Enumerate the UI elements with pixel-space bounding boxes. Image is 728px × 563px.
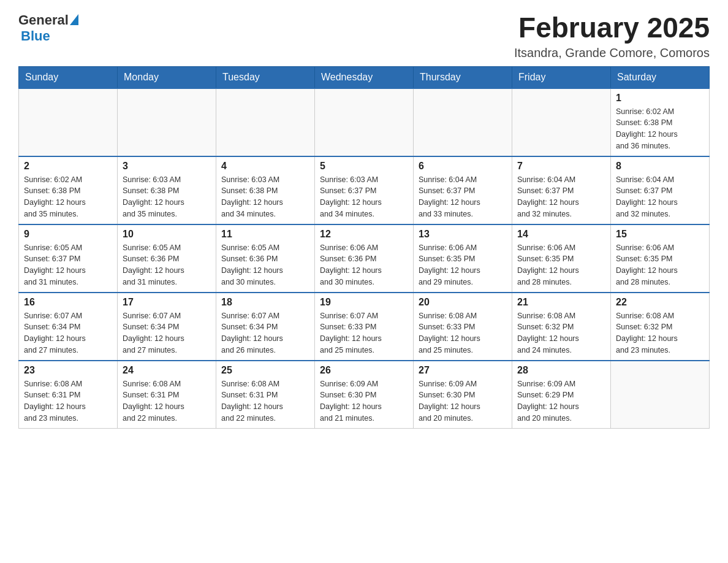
calendar-cell <box>19 88 118 156</box>
day-number: 25 <box>221 365 309 376</box>
day-info: Sunrise: 6:09 AM Sunset: 6:30 PM Dayligh… <box>419 378 507 424</box>
calendar-cell <box>611 361 710 429</box>
day-number: 14 <box>517 229 605 240</box>
day-info: Sunrise: 6:05 AM Sunset: 6:37 PM Dayligh… <box>24 242 112 288</box>
calendar-cell: 2Sunrise: 6:02 AM Sunset: 6:38 PM Daylig… <box>19 156 118 224</box>
day-info: Sunrise: 6:06 AM Sunset: 6:35 PM Dayligh… <box>517 242 605 288</box>
calendar-cell: 23Sunrise: 6:08 AM Sunset: 6:31 PM Dayli… <box>19 361 118 429</box>
day-number: 4 <box>221 161 309 172</box>
calendar-subtitle: Itsandra, Grande Comore, Comoros <box>514 46 710 60</box>
day-info: Sunrise: 6:08 AM Sunset: 6:32 PM Dayligh… <box>616 310 704 356</box>
calendar-cell: 16Sunrise: 6:07 AM Sunset: 6:34 PM Dayli… <box>19 293 118 361</box>
day-info: Sunrise: 6:09 AM Sunset: 6:29 PM Dayligh… <box>517 378 605 424</box>
calendar-cell: 6Sunrise: 6:04 AM Sunset: 6:37 PM Daylig… <box>414 156 512 224</box>
calendar-week-4: 16Sunrise: 6:07 AM Sunset: 6:34 PM Dayli… <box>19 293 710 361</box>
calendar-cell <box>216 88 315 156</box>
weekday-header-friday: Friday <box>512 66 611 88</box>
calendar-cell: 21Sunrise: 6:08 AM Sunset: 6:32 PM Dayli… <box>512 293 611 361</box>
calendar-week-2: 2Sunrise: 6:02 AM Sunset: 6:38 PM Daylig… <box>19 156 710 224</box>
logo-text-general: General <box>18 12 69 28</box>
calendar-table: SundayMondayTuesdayWednesdayThursdayFrid… <box>18 66 710 429</box>
day-number: 1 <box>616 93 704 104</box>
logo-triangle-icon <box>70 14 78 25</box>
day-info: Sunrise: 6:06 AM Sunset: 6:35 PM Dayligh… <box>419 242 507 288</box>
day-number: 20 <box>419 297 507 308</box>
calendar-cell: 4Sunrise: 6:03 AM Sunset: 6:38 PM Daylig… <box>216 156 315 224</box>
day-number: 10 <box>123 229 211 240</box>
day-info: Sunrise: 6:08 AM Sunset: 6:33 PM Dayligh… <box>419 310 507 356</box>
day-number: 23 <box>24 365 112 376</box>
calendar-cell: 26Sunrise: 6:09 AM Sunset: 6:30 PM Dayli… <box>315 361 414 429</box>
day-number: 22 <box>616 297 704 308</box>
title-section: February 2025 Itsandra, Grande Comore, C… <box>514 12 710 60</box>
day-info: Sunrise: 6:04 AM Sunset: 6:37 PM Dayligh… <box>517 174 605 220</box>
calendar-cell: 25Sunrise: 6:08 AM Sunset: 6:31 PM Dayli… <box>216 361 315 429</box>
day-info: Sunrise: 6:02 AM Sunset: 6:38 PM Dayligh… <box>616 106 704 152</box>
day-number: 5 <box>320 161 408 172</box>
calendar-week-1: 1Sunrise: 6:02 AM Sunset: 6:38 PM Daylig… <box>19 88 710 156</box>
calendar-cell: 12Sunrise: 6:06 AM Sunset: 6:36 PM Dayli… <box>315 224 414 293</box>
day-info: Sunrise: 6:05 AM Sunset: 6:36 PM Dayligh… <box>123 242 211 288</box>
day-info: Sunrise: 6:06 AM Sunset: 6:35 PM Dayligh… <box>616 242 704 288</box>
calendar-cell: 9Sunrise: 6:05 AM Sunset: 6:37 PM Daylig… <box>19 224 118 293</box>
calendar-week-3: 9Sunrise: 6:05 AM Sunset: 6:37 PM Daylig… <box>19 224 710 293</box>
day-info: Sunrise: 6:05 AM Sunset: 6:36 PM Dayligh… <box>221 242 309 288</box>
calendar-cell <box>414 88 512 156</box>
calendar-cell: 1Sunrise: 6:02 AM Sunset: 6:38 PM Daylig… <box>611 88 710 156</box>
day-info: Sunrise: 6:06 AM Sunset: 6:36 PM Dayligh… <box>320 242 408 288</box>
day-info: Sunrise: 6:04 AM Sunset: 6:37 PM Dayligh… <box>616 174 704 220</box>
weekday-header-wednesday: Wednesday <box>315 66 414 88</box>
day-number: 8 <box>616 161 704 172</box>
day-number: 3 <box>123 161 211 172</box>
day-info: Sunrise: 6:04 AM Sunset: 6:37 PM Dayligh… <box>419 174 507 220</box>
day-info: Sunrise: 6:07 AM Sunset: 6:34 PM Dayligh… <box>24 310 112 356</box>
day-number: 17 <box>123 297 211 308</box>
calendar-cell <box>315 88 414 156</box>
day-number: 24 <box>123 365 211 376</box>
calendar-cell: 28Sunrise: 6:09 AM Sunset: 6:29 PM Dayli… <box>512 361 611 429</box>
calendar-cell: 15Sunrise: 6:06 AM Sunset: 6:35 PM Dayli… <box>611 224 710 293</box>
day-info: Sunrise: 6:07 AM Sunset: 6:34 PM Dayligh… <box>221 310 309 356</box>
calendar-cell: 19Sunrise: 6:07 AM Sunset: 6:33 PM Dayli… <box>315 293 414 361</box>
weekday-header-tuesday: Tuesday <box>216 66 315 88</box>
day-number: 12 <box>320 229 408 240</box>
day-number: 26 <box>320 365 408 376</box>
calendar-cell: 14Sunrise: 6:06 AM Sunset: 6:35 PM Dayli… <box>512 224 611 293</box>
page-header: General Blue February 2025 Itsandra, Gra… <box>18 12 710 60</box>
calendar-cell: 10Sunrise: 6:05 AM Sunset: 6:36 PM Dayli… <box>118 224 216 293</box>
day-number: 2 <box>24 161 112 172</box>
calendar-cell: 8Sunrise: 6:04 AM Sunset: 6:37 PM Daylig… <box>611 156 710 224</box>
day-number: 19 <box>320 297 408 308</box>
day-number: 18 <box>221 297 309 308</box>
weekday-header-thursday: Thursday <box>414 66 512 88</box>
weekday-header-sunday: Sunday <box>19 66 118 88</box>
calendar-cell: 18Sunrise: 6:07 AM Sunset: 6:34 PM Dayli… <box>216 293 315 361</box>
calendar-week-5: 23Sunrise: 6:08 AM Sunset: 6:31 PM Dayli… <box>19 361 710 429</box>
weekday-header-row: SundayMondayTuesdayWednesdayThursdayFrid… <box>19 66 710 88</box>
day-number: 9 <box>24 229 112 240</box>
day-number: 28 <box>517 365 605 376</box>
day-number: 6 <box>419 161 507 172</box>
calendar-cell: 17Sunrise: 6:07 AM Sunset: 6:34 PM Dayli… <box>118 293 216 361</box>
weekday-header-monday: Monday <box>118 66 216 88</box>
calendar-cell: 7Sunrise: 6:04 AM Sunset: 6:37 PM Daylig… <box>512 156 611 224</box>
day-info: Sunrise: 6:03 AM Sunset: 6:38 PM Dayligh… <box>221 174 309 220</box>
day-number: 21 <box>517 297 605 308</box>
day-info: Sunrise: 6:03 AM Sunset: 6:37 PM Dayligh… <box>320 174 408 220</box>
logo: General Blue <box>18 12 78 44</box>
day-number: 7 <box>517 161 605 172</box>
logo-text-blue: Blue <box>21 28 50 44</box>
day-info: Sunrise: 6:07 AM Sunset: 6:33 PM Dayligh… <box>320 310 408 356</box>
day-info: Sunrise: 6:08 AM Sunset: 6:31 PM Dayligh… <box>24 378 112 424</box>
day-info: Sunrise: 6:02 AM Sunset: 6:38 PM Dayligh… <box>24 174 112 220</box>
day-info: Sunrise: 6:03 AM Sunset: 6:38 PM Dayligh… <box>123 174 211 220</box>
calendar-cell: 22Sunrise: 6:08 AM Sunset: 6:32 PM Dayli… <box>611 293 710 361</box>
day-info: Sunrise: 6:07 AM Sunset: 6:34 PM Dayligh… <box>123 310 211 356</box>
day-info: Sunrise: 6:08 AM Sunset: 6:31 PM Dayligh… <box>123 378 211 424</box>
calendar-cell: 27Sunrise: 6:09 AM Sunset: 6:30 PM Dayli… <box>414 361 512 429</box>
day-number: 11 <box>221 229 309 240</box>
calendar-cell <box>512 88 611 156</box>
calendar-cell <box>118 88 216 156</box>
calendar-cell: 3Sunrise: 6:03 AM Sunset: 6:38 PM Daylig… <box>118 156 216 224</box>
day-number: 13 <box>419 229 507 240</box>
